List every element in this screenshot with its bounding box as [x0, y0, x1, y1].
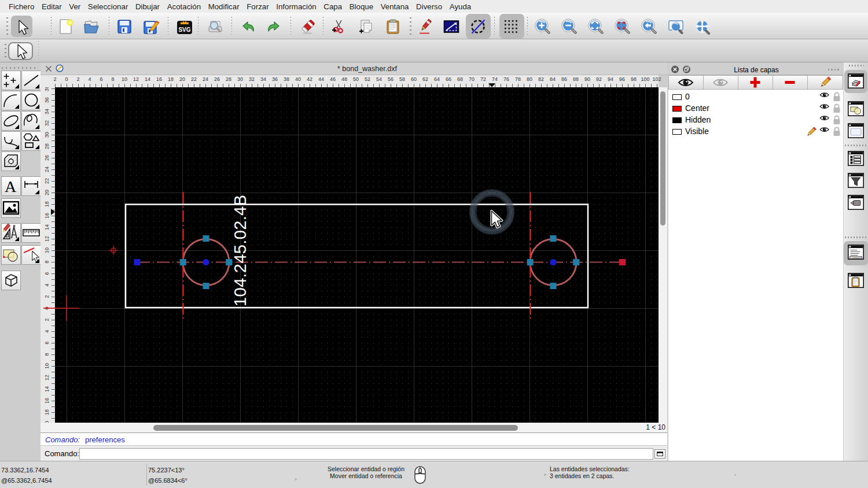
- svg-text:SVG: SVG: [178, 27, 190, 33]
- svg-text:A: A: [5, 178, 17, 195]
- svg-text:< command: < command: [850, 257, 861, 259]
